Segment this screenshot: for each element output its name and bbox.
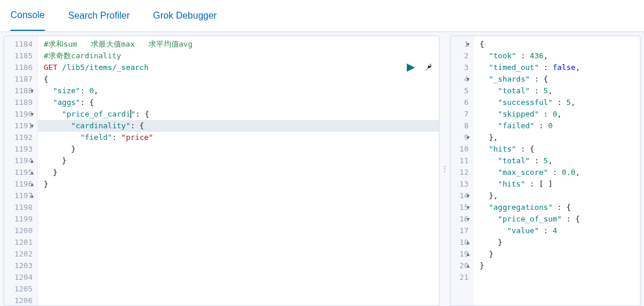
code-line[interactable]: "hits" : [ ] [474, 178, 640, 190]
code-line[interactable] [38, 248, 439, 260]
pane-splitter[interactable]: ⋮ [439, 32, 450, 306]
code-line[interactable]: "price_of_cardi": { [38, 108, 439, 120]
code-line[interactable] [38, 272, 439, 283]
code-line[interactable]: }, [474, 190, 640, 202]
code-line[interactable]: GET /lib5/items/_search [38, 62, 439, 73]
code-line[interactable] [38, 213, 439, 225]
code-line[interactable] [38, 202, 439, 213]
request-editor: 11841185118611871188▼11891190▼1191▼11921… [3, 36, 439, 306]
editor-actions [406, 63, 433, 72]
tab-console[interactable]: Console [10, 1, 45, 31]
workspace: 11841185118611871188▼11891190▼1191▼11921… [0, 32, 644, 306]
code-line[interactable]: } [38, 178, 439, 190]
code-line[interactable]: "price_of_sum" : { [474, 213, 640, 225]
response-code[interactable]: { "took" : 436, "timed_out" : false, "_s… [474, 36, 640, 305]
code-line[interactable]: "value" : 4 [474, 225, 640, 237]
code-line[interactable]: "aggregations" : { [474, 202, 640, 213]
code-line[interactable]: "skipped" : 0, [474, 108, 640, 120]
code-line[interactable]: "cardinality": { [38, 120, 439, 132]
code-line[interactable]: "aggs": { [38, 97, 439, 108]
code-line[interactable]: { [474, 38, 640, 50]
response-viewer: 1▼234▼56789▼1011121314▼15▼16▼1718▲19▲20▲… [450, 36, 641, 306]
wrench-icon[interactable] [424, 63, 433, 72]
code-line[interactable]: } [38, 143, 439, 155]
code-line[interactable]: "timed_out" : false, [474, 62, 640, 73]
code-line[interactable] [474, 272, 640, 283]
code-line[interactable]: #求奇数cardinality [38, 50, 439, 62]
code-line[interactable]: "max_score" : 0.0, [474, 167, 640, 178]
code-line[interactable]: } [38, 155, 439, 167]
code-line[interactable]: } [38, 167, 439, 178]
editor-gutter: 11841185118611871188▼11891190▼1191▼11921… [4, 36, 38, 305]
code-line[interactable] [38, 260, 439, 272]
tab-bar: Console Search Profiler Grok Debugger [0, 0, 644, 32]
run-button[interactable] [406, 63, 416, 72]
code-line[interactable] [38, 283, 439, 295]
code-line[interactable]: #求和sum 求最大值max 求平均值avg [38, 38, 439, 50]
code-line[interactable]: "successful" : 5, [474, 97, 640, 108]
code-line[interactable]: "field": "price" [38, 132, 439, 143]
code-line[interactable]: "total" : 5, [474, 155, 640, 167]
code-line[interactable]: { [38, 73, 439, 85]
code-line[interactable]: } [474, 237, 640, 248]
code-line[interactable] [38, 190, 439, 202]
code-line[interactable] [38, 225, 439, 237]
code-line[interactable]: "size": 0, [38, 85, 439, 97]
tab-search-profiler[interactable]: Search Profiler [68, 1, 130, 30]
code-line[interactable]: } [474, 260, 640, 272]
code-line[interactable] [38, 237, 439, 248]
code-line[interactable]: "_shards" : { [474, 73, 640, 85]
code-line[interactable]: "failed" : 0 [474, 120, 640, 132]
code-line[interactable] [38, 295, 439, 306]
editor-code[interactable]: #求和sum 求最大值max 求平均值avg#求奇数cardinalityGET… [38, 36, 439, 305]
response-gutter: 1▼234▼56789▼1011121314▼15▼16▼1718▲19▲20▲… [451, 36, 474, 305]
code-line[interactable]: "hits" : { [474, 143, 640, 155]
code-line[interactable]: }, [474, 132, 640, 143]
tab-grok-debugger[interactable]: Grok Debugger [153, 1, 217, 30]
code-line[interactable]: "took" : 436, [474, 50, 640, 62]
code-line[interactable]: "total" : 5, [474, 85, 640, 97]
code-line[interactable]: } [474, 248, 640, 260]
